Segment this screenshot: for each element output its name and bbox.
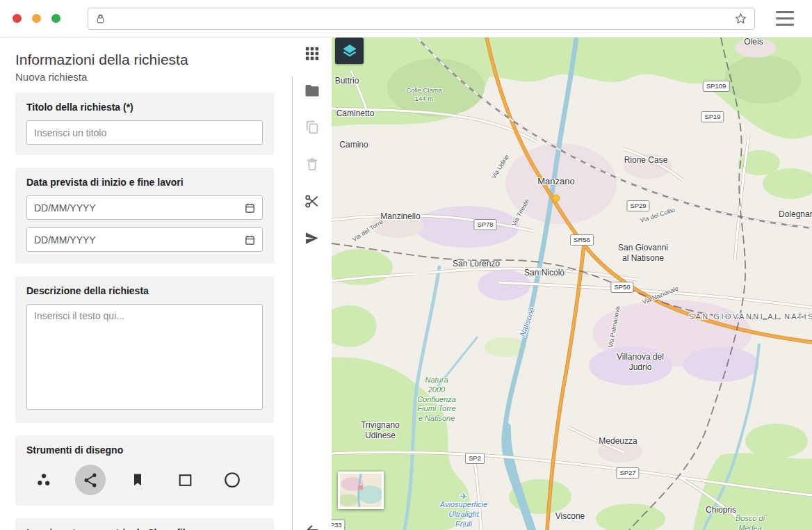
page-title: Informazioni della richiesta: [15, 51, 274, 68]
window-controls: [13, 14, 71, 23]
draw-tools-section: Strumenti di disegno: [15, 435, 274, 506]
scissors-icon[interactable]: [298, 187, 326, 215]
main-content: Informazioni della richiesta Nuova richi…: [0, 38, 812, 530]
end-date-input[interactable]: [26, 227, 263, 252]
request-title-input[interactable]: [26, 120, 263, 145]
map-marker: [553, 195, 560, 202]
star-bookmark-icon[interactable]: [734, 12, 747, 25]
line-tool-button[interactable]: [75, 465, 106, 495]
map-terrain: [332, 38, 812, 530]
description-section-label: Descrizione della richiesta: [26, 285, 263, 296]
browser-window: Informazioni della richiesta Nuova richi…: [0, 0, 812, 530]
shapefile-section: Inserimento geometrie da Shapefile Scegl…: [15, 518, 274, 530]
copy-icon[interactable]: [298, 113, 326, 141]
draw-tools-label: Strumenti di disegno: [26, 444, 263, 456]
address-bar[interactable]: [88, 8, 755, 30]
request-form-panel: Informazioni della richiesta Nuova richi…: [0, 38, 292, 530]
close-window-button[interactable]: [13, 14, 22, 23]
layers-button[interactable]: [335, 38, 364, 64]
zoom-window-button[interactable]: [51, 14, 60, 23]
hamburger-menu-icon[interactable]: [776, 9, 794, 28]
start-date-input[interactable]: [26, 195, 263, 220]
title-section-label: Titolo della richiesta (*): [26, 102, 263, 113]
map-canvas[interactable]: OleisButtrioColle Clama 144 mCaminettoCa…: [332, 38, 812, 530]
trash-icon[interactable]: [298, 150, 326, 178]
draw-tools-row: [26, 463, 263, 495]
rectangle-tool-button[interactable]: [170, 465, 200, 495]
grid-icon[interactable]: [298, 40, 326, 67]
dates-section: Data prevista di inizio e fine lavori: [15, 168, 274, 264]
circle-tool-button[interactable]: [217, 465, 247, 495]
point-tool-button[interactable]: [28, 465, 58, 495]
folder-icon[interactable]: [298, 77, 326, 104]
page-subtitle: Nuova richiesta: [15, 71, 274, 83]
minimize-window-button[interactable]: [32, 14, 41, 23]
send-icon[interactable]: [298, 224, 326, 252]
layers-icon: [341, 42, 358, 59]
bookmark-tool-button[interactable]: [122, 465, 153, 495]
overview-minimap[interactable]: [338, 472, 384, 509]
dates-section-label: Data prevista di inizio e fine lavori: [26, 177, 263, 188]
lock-icon: [95, 13, 106, 24]
back-arrow-icon[interactable]: [298, 516, 326, 530]
panel-divider: [292, 77, 293, 530]
shapefile-section-label: Inserimento geometrie da Shapefile: [26, 527, 263, 530]
request-description-textarea[interactable]: [26, 304, 263, 410]
side-toolbar: [292, 38, 332, 530]
browser-topbar: [0, 0, 812, 38]
title-section: Titolo della richiesta (*): [15, 93, 274, 155]
description-section: Descrizione della richiesta: [15, 276, 274, 423]
